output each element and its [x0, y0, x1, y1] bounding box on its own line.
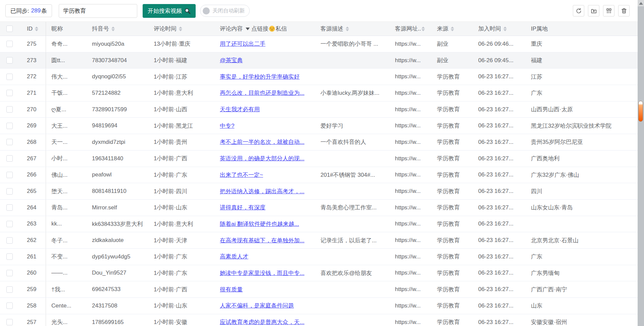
sync-counter: 已同步: 289 条	[5, 4, 52, 17]
row-checkbox[interactable]	[6, 188, 13, 195]
filter-caret-icon[interactable]	[246, 28, 250, 30]
row-checkbox[interactable]	[6, 106, 13, 113]
cell-url: https://w...	[390, 118, 432, 134]
sort-carets-icon[interactable]	[35, 27, 38, 31]
comment-link[interactable]: 应试教育考虑的是普惠大众，天...	[220, 318, 304, 326]
comment-link[interactable]: @茶宝典	[220, 56, 243, 64]
column-header-id[interactable]: ID	[19, 22, 46, 36]
cell-douyin-id: 1785699165	[87, 314, 148, 326]
comment-link[interactable]: 人家不偏科，是家庭条件问题	[220, 302, 294, 310]
comments-table: ID 昵称 抖音号 评论时间 评论内容 点链接 私信 客源描	[0, 22, 638, 326]
comment-link[interactable]: 天生我才必有用	[220, 106, 260, 113]
comment-link[interactable]: 考不上前一半的名次，就被自动...	[220, 138, 304, 146]
row-checkbox-cell	[0, 69, 19, 85]
comment-link[interactable]: 随着ai 翻译软件硬件也越来越...	[220, 220, 299, 228]
comment-link[interactable]: 高素质人才	[220, 253, 248, 260]
row-checkbox[interactable]	[6, 123, 13, 129]
row-checkbox-cell	[0, 85, 19, 101]
row-checkbox[interactable]	[6, 57, 13, 64]
sort-carets-icon[interactable]	[111, 27, 115, 31]
column-header-comment-time[interactable]: 评论时间	[148, 22, 214, 36]
toolbar-icon-group	[573, 5, 630, 16]
column-header-comment[interactable]: 评论内容 点链接 私信	[214, 22, 315, 36]
row-checkbox[interactable]	[6, 253, 13, 260]
row-checkbox[interactable]	[6, 155, 13, 162]
scrollbar-thumb[interactable]	[638, 101, 643, 122]
auto-refresh-toggle[interactable]: 关闭自动刷新	[200, 5, 250, 17]
row-checkbox[interactable]	[6, 237, 13, 244]
column-header-desc[interactable]: 客源描述	[315, 22, 390, 36]
start-search-button[interactable]: 开始搜索视频	[143, 4, 196, 18]
cell-comment-time: 1小时前·广东	[148, 265, 214, 281]
row-checkbox[interactable]	[6, 221, 13, 227]
column-header-douyin-id[interactable]: 抖音号	[87, 22, 148, 36]
column-label: 评论内容	[220, 25, 243, 33]
comment-link[interactable]: 把外语纳入选修，踢出高考才，...	[220, 188, 304, 195]
cell-join-time: 06-26 09:46...	[473, 36, 526, 52]
select-all-checkbox[interactable]	[6, 26, 13, 32]
sort-carets-icon[interactable]	[503, 27, 507, 31]
column-header-url[interactable]: 客源网址..	[390, 22, 432, 36]
comment-link[interactable]: 出来了也不一定~	[220, 171, 263, 179]
comment-link[interactable]: 很有质量	[220, 286, 243, 293]
cell-url: https://w...	[390, 151, 432, 167]
row-checkbox[interactable]	[6, 41, 13, 47]
comment-link[interactable]: 讲得真好，有深度	[220, 204, 265, 211]
cell-douyin-id: dyxmdid7ztpi	[87, 134, 148, 150]
cell-nickname: 奇奇...	[46, 36, 87, 52]
cell-nickname: ——...	[46, 265, 87, 281]
comment-link[interactable]: 在高考现有基础下，在单独外加...	[220, 237, 304, 244]
cell-comment-time: 1小时前·意大利	[148, 216, 214, 232]
table-row: 266 佛山... peafowl 1小时前·广东 出来了也不一定~ 201#不…	[0, 167, 638, 184]
row-checkbox[interactable]	[6, 139, 13, 145]
comment-link[interactable]: 事实是，好学校的升学率确实好	[220, 73, 300, 81]
cell-id: 258	[19, 298, 46, 314]
row-checkbox-cell	[0, 200, 19, 216]
cell-source: 学历教育	[432, 101, 473, 118]
sort-carets-icon[interactable]	[451, 27, 454, 31]
row-checkbox-cell	[0, 101, 19, 118]
sort-carets-icon[interactable]	[179, 27, 182, 31]
comment-link[interactable]: 她读中专是家里没钱，而且中专...	[220, 269, 304, 277]
table-row: 271 干饭... 572124882 1小时前·意大利 再怎么改，目前也还是制…	[0, 85, 638, 101]
column-header-source[interactable]: 来源	[432, 22, 473, 36]
cell-id: 270	[19, 101, 46, 118]
cell-desc: 一个喜欢抖音的人	[315, 134, 390, 150]
row-checkbox-cell	[0, 183, 19, 199]
row-checkbox[interactable]	[6, 286, 13, 293]
columns-button[interactable]	[603, 5, 614, 16]
cell-desc: 201#不锈钢管 304#...	[315, 167, 390, 183]
row-checkbox-cell	[0, 216, 19, 232]
comment-link[interactable]: 用了还可以出二手	[220, 40, 265, 48]
cell-desc	[315, 69, 390, 85]
comment-link[interactable]: 英语没用，的确是大部分人的现...	[220, 155, 304, 162]
cell-source: 学历教育	[432, 314, 473, 326]
sync-unit: 条	[41, 7, 47, 15]
cell-source: 学历教育	[432, 232, 473, 248]
row-checkbox[interactable]	[6, 204, 13, 211]
cell-ip: 山西男山西·太原	[526, 101, 638, 118]
row-checkbox[interactable]	[6, 319, 13, 325]
row-checkbox[interactable]	[6, 172, 13, 178]
cell-ip: 贵州35岁阿尔巴尼亚	[526, 134, 638, 150]
export-button[interactable]	[588, 5, 599, 16]
row-checkbox[interactable]	[6, 270, 13, 276]
cell-douyin-id: peafowl	[87, 167, 148, 183]
comment-link[interactable]: 中专?	[220, 122, 234, 130]
cell-desc	[315, 52, 390, 69]
vertical-scrollbar[interactable]	[638, 0, 644, 326]
sort-carets-icon[interactable]	[346, 27, 349, 31]
row-checkbox-cell	[0, 167, 19, 183]
cell-comment-time: 1小时前·贵州	[148, 134, 214, 150]
cell-source: 学历教育	[432, 118, 473, 134]
trash-button[interactable]	[618, 5, 630, 16]
sort-carets-icon[interactable]	[422, 27, 425, 31]
column-header-join-time[interactable]: 加入时间	[473, 22, 526, 36]
keyword-input[interactable]	[59, 4, 137, 18]
refresh-button[interactable]	[573, 5, 584, 16]
comment-link[interactable]: 再怎么改，目前也还是制造业为...	[220, 89, 304, 97]
scroll-up-button[interactable]	[638, 0, 644, 6]
row-checkbox[interactable]	[6, 74, 13, 80]
row-checkbox[interactable]	[6, 90, 13, 96]
row-checkbox[interactable]	[6, 302, 13, 309]
